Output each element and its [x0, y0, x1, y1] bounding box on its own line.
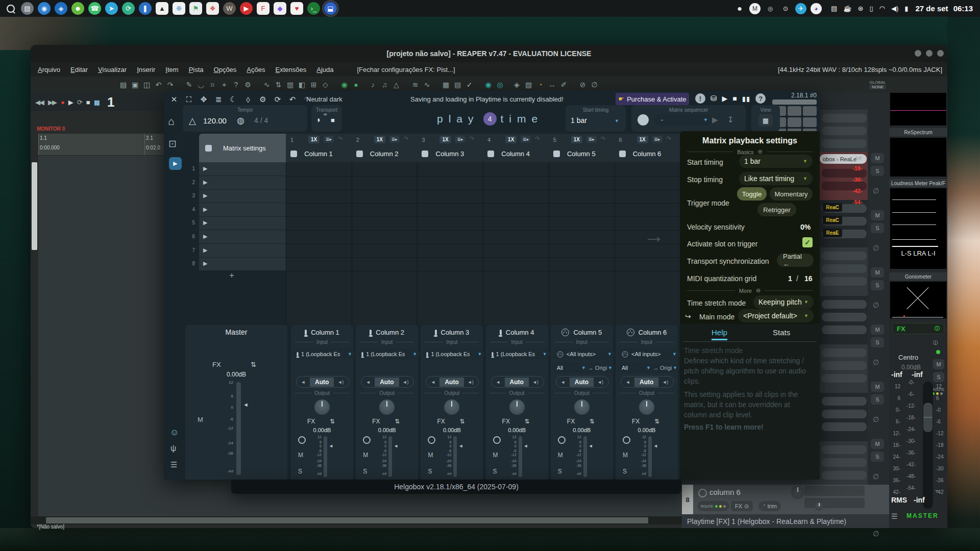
master-icon[interactable]: ◧ [296, 78, 308, 91]
theme-drop-icon[interactable]: ◊ [241, 93, 255, 106]
fx-window-caption[interactable]: Playtime [FX] 1 (Helgobox - ReaLearn & P… [682, 514, 889, 528]
monitoring-switch[interactable]: ◄ Auto ◄) [426, 376, 479, 388]
main-mode-dropdown[interactable]: <Project default>▼ [738, 309, 814, 322]
column-queue-icon[interactable]: ≣▸ [455, 136, 465, 143]
fx-slot[interactable] [822, 127, 867, 135]
strip-routing-icon[interactable]: ⇅ [654, 418, 659, 425]
fx-slot[interactable] [822, 264, 867, 273]
track-panel[interactable] [820, 247, 868, 296]
strip-routing-icon[interactable]: ⇅ [330, 418, 335, 425]
output-knob[interactable] [379, 399, 395, 415]
window-close-button[interactable] [937, 50, 944, 57]
loop-play-icon[interactable]: ◑ [315, 115, 321, 124]
photos-icon[interactable]: ❖ [206, 2, 219, 15]
speaker-on-icon[interactable]: ◄) [464, 380, 477, 385]
marker-icon[interactable]: ◇ [320, 78, 331, 91]
speaker-on-icon[interactable]: ◄) [658, 380, 672, 385]
slot-cell[interactable] [418, 271, 483, 271]
auto-monitor-button[interactable]: Auto [570, 378, 594, 387]
menu-extensoes[interactable]: Extensões [271, 66, 312, 73]
tab-stats[interactable]: Stats [773, 328, 790, 337]
alert-icon[interactable]: ! [695, 93, 705, 104]
settings-gear-icon[interactable]: ⚙ [256, 93, 270, 106]
pause-button[interactable]: ▮▮ [94, 98, 99, 106]
master-fx-button[interactable]: FX ⏼ [892, 323, 944, 334]
phone-connect-icon[interactable]: ▯ [869, 5, 873, 12]
wifi-icon[interactable]: ◠ [879, 5, 885, 12]
slot-cell[interactable] [418, 189, 483, 190]
pencil-edit-icon[interactable]: ✎ [183, 78, 195, 91]
slot-cell[interactable] [352, 244, 418, 244]
phase-invert-icon[interactable]: ∅ [873, 415, 879, 423]
strip-routing-icon[interactable]: ⇅ [459, 418, 464, 425]
fx-power-icon[interactable]: ⏼ [935, 324, 940, 333]
strip-fader-handle[interactable]: ◄ [653, 443, 658, 448]
column-queue-icon[interactable]: ≣▸ [652, 136, 663, 143]
slot-cell[interactable] [418, 244, 483, 244]
ai-notes-icon[interactable]: ▲ [156, 2, 168, 15]
fx-slot[interactable] [804, 486, 865, 496]
projector-icon[interactable]: ⊡ [168, 138, 177, 149]
speaker-off-icon[interactable]: ◄ [361, 380, 375, 385]
window-maximize-button[interactable] [926, 50, 933, 57]
speaker-on-icon[interactable]: ◄) [594, 380, 607, 385]
fx-slot[interactable] [822, 325, 867, 334]
master-routing-icon[interactable]: ⇅ [251, 361, 256, 368]
slot-cell[interactable] [549, 189, 615, 190]
document-open-icon[interactable]: ▣ [129, 78, 141, 91]
fx-slot-named[interactable]: ReaE [823, 229, 842, 237]
slot-cell[interactable] [352, 257, 418, 258]
home-icon[interactable]: ⌂ [168, 115, 175, 128]
slot-cell[interactable] [286, 271, 352, 271]
speaker-on-icon[interactable]: ◄) [334, 380, 347, 385]
fx-slot[interactable] [822, 445, 867, 454]
redo-icon[interactable]: ↷ [164, 78, 176, 91]
vertical-scrollbar-thumb[interactable] [32, 162, 37, 250]
fx-slot[interactable] [822, 458, 867, 467]
battery-icon[interactable]: ▮ [904, 5, 908, 12]
master-mute-button[interactable]: M [198, 416, 203, 423]
magnet-snap-icon[interactable]: ◡ [195, 78, 207, 91]
slot-cell[interactable] [352, 176, 418, 177]
auto-monitor-button[interactable]: Auto [505, 378, 529, 387]
record-arm-icon[interactable] [698, 489, 707, 497]
clock-date[interactable]: 27 de set [915, 4, 948, 13]
fx-slot[interactable] [822, 374, 867, 383]
mute-button[interactable]: M [623, 452, 628, 459]
master-solo-button[interactable]: S [933, 372, 944, 382]
velocity-value[interactable]: 0% [800, 223, 811, 231]
trigger-toggle-button[interactable]: Toggle [737, 187, 767, 201]
monitoring-switch[interactable]: ◄ Auto ◄) [361, 376, 414, 388]
document-new-icon[interactable]: ▤ [117, 78, 129, 91]
master-fader[interactable] [236, 382, 241, 475]
fx-chain-icon[interactable]: ◈ [511, 78, 523, 91]
solo-button[interactable]: S [298, 468, 302, 475]
camera-monitor-icon[interactable]: ◎ [765, 3, 776, 14]
menu-opcoes[interactable]: Opções [209, 66, 242, 73]
speaker-off-icon[interactable]: ◄ [621, 380, 634, 385]
slot-cell[interactable] [286, 189, 352, 190]
sequencer-play-icon[interactable]: ▶ [712, 115, 718, 124]
menu-pista[interactable]: Pista [184, 66, 209, 73]
auto-monitor-button[interactable]: Auto [439, 378, 463, 387]
slot-cell[interactable] [483, 189, 549, 190]
helgobox-app-icon[interactable]: ⬓ [324, 2, 337, 15]
fx-close-hint[interactable]: [Fechar configurações FX: Pist...] [352, 66, 460, 73]
mute-button[interactable]: M [493, 452, 498, 459]
move-icon[interactable]: ✥ [197, 93, 210, 106]
slot-cell[interactable] [286, 257, 352, 258]
column-redo-icon[interactable]: ↷ [404, 135, 409, 142]
strip-fx-label[interactable]: FX [437, 418, 445, 425]
menu-item[interactable]: Item [160, 66, 183, 73]
slot-cell[interactable] [615, 203, 680, 204]
master-volume[interactable]: 0.00dB [185, 371, 287, 378]
item-group-icon[interactable]: ⊞ [308, 78, 320, 91]
screenset-icon[interactable]: ▧ [523, 78, 534, 91]
phase-invert-icon[interactable]: ∅ [873, 244, 879, 252]
play-icon[interactable]: ▶ [722, 94, 728, 103]
document-save-icon[interactable]: ◫ [141, 78, 153, 91]
purchase-button[interactable]: ☛ Purchase & Activate [616, 93, 689, 105]
mute-button[interactable]: M [363, 452, 368, 459]
slot-cell[interactable] [483, 244, 549, 244]
slot-cell[interactable] [352, 230, 418, 231]
